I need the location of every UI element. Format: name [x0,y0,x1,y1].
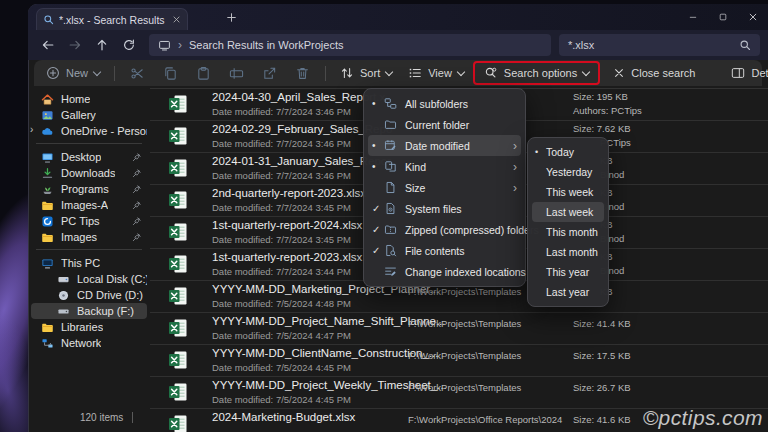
excel-file-icon [168,318,188,338]
search-icon[interactable] [739,39,751,51]
sidebar-item[interactable]: › Downloads [31,165,147,181]
menu-item[interactable]: Current folder [368,114,521,135]
file-date-modified: Date modified: 7/7/2024 3:46 PM [212,170,351,181]
sidebar-item-label: CD Drive (D:) [77,289,143,301]
menu-item[interactable]: ✓ Zipped (compressed) folders [368,219,521,240]
menu-item[interactable]: • All subfolders [368,93,521,114]
sidebar-item[interactable]: › Network [31,335,147,351]
pin-icon [131,184,142,195]
submenu-item[interactable]: This week [532,182,604,202]
refresh-button[interactable] [122,38,136,52]
tab-close-icon[interactable] [172,15,181,24]
sort-button[interactable]: Sort [332,60,400,86]
maximize-button[interactable] [718,12,728,22]
submenu-item-label: Last week [546,206,593,218]
file-action-buttons [121,66,319,81]
chevron-down-icon [457,68,465,76]
file-row[interactable]: YYYY-MM-DD_Project_Weekly_Timesheet_... … [150,377,768,409]
item-icon [41,109,54,122]
sidebar-item[interactable]: › Programs [31,181,147,197]
file-name: 2024-04-30_April_Sales_Report.x [212,91,385,103]
submenu-item-label: Yesterday [546,166,592,178]
share-button[interactable] [262,66,277,81]
sidebar-item[interactable]: › Desktop [31,149,147,165]
excel-file-icon [168,414,188,432]
up-button[interactable] [95,38,109,52]
menu-item[interactable]: Size › [368,177,521,198]
sidebar-item[interactable]: › Gallery [31,107,147,123]
sidebar-item[interactable]: › Backup (F:) [31,303,147,319]
submenu-item[interactable]: Yesterday [532,162,604,182]
file-name: 2nd-quarterly-report-2023.xlsx [212,187,366,199]
submenu-chevron-icon: › [513,140,517,152]
search-input[interactable]: *.xlsx [559,34,760,56]
forward-button[interactable] [68,38,82,52]
file-row[interactable]: YYYY-MM-DD_ClientName_Construction_... D… [150,345,768,377]
view-button[interactable]: View [400,60,472,86]
file-date-modified: Date modified: 7/5/2024 4:48 PM [212,298,351,309]
file-size: Size: 7.62 KB [573,123,631,134]
menu-item[interactable]: Change indexed locations [368,261,521,282]
menu-item-marker: ✓ [372,224,384,235]
delete-button[interactable] [295,66,310,81]
sidebar-item[interactable]: › OneDrive - Personal [31,123,147,139]
toolbar-divider [325,66,326,81]
tab-title: *.xlsx - Search Results in Work [59,14,167,26]
file-date-modified: Date modified: 7/5/2024 4:47 PM [212,330,351,341]
file-path: F:\WorkProjects\Templates [408,382,521,393]
back-button[interactable] [41,38,55,52]
pin-icon [131,152,142,163]
item-icon [41,167,54,180]
menu-item[interactable]: • Kind › [368,156,521,177]
close-search-button[interactable]: Close search [605,60,703,86]
sidebar-item[interactable]: › This PC [31,255,147,271]
sidebar-item[interactable]: › Images [31,229,147,245]
rename-button[interactable] [229,66,244,81]
menu-item[interactable]: ✓ File contents [368,240,521,261]
minimize-button[interactable] [688,12,698,22]
new-button[interactable]: New [38,60,108,86]
sidebar-item[interactable]: › Libraries [31,319,147,335]
excel-file-icon [168,126,188,146]
explorer-tab[interactable]: *.xlsx - Search Results in Work [36,8,188,30]
sidebar-item-label: Desktop [61,151,101,163]
sidebar-separator [28,245,150,255]
menu-item[interactable]: ✓ System files [368,198,521,219]
search-options-button[interactable]: Search options [476,60,597,86]
sidebar-item[interactable]: › PC Tips [31,213,147,229]
breadcrumb-chevron-icon[interactable]: › [178,39,182,51]
sidebar-item[interactable]: › CD Drive (D:) [31,287,147,303]
new-tab-button[interactable] [226,12,237,23]
submenu-item[interactable]: Last month [532,242,604,262]
menu-item-marker: • [372,98,384,109]
sidebar-item[interactable]: › Local Disk (C:) [31,271,147,287]
file-name: 1st-quarterly-report-2024.xlsx [212,219,362,231]
file-row[interactable]: YYYY-MM-DD_Project_Name_Shift_Planne... … [150,313,768,345]
item-icon [41,321,54,334]
sidebar-item[interactable]: › Images-A [31,197,147,213]
close-button[interactable] [748,12,758,22]
pin-icon [131,168,142,179]
submenu-item[interactable]: This year [532,262,604,282]
expand-chevron-icon[interactable]: › [30,124,33,135]
submenu-item-label: This year [546,266,589,278]
breadcrumb[interactable]: › Search Results in WorkProjects [149,34,551,56]
submenu-item[interactable]: Last year [532,282,604,302]
sidebar-item-label: OneDrive - Personal [61,125,147,137]
cut-button[interactable] [130,66,145,81]
sidebar-item[interactable]: › Home [31,91,147,107]
copy-button[interactable] [163,66,178,81]
submenu-item[interactable]: • Today [532,142,604,162]
paste-button[interactable] [196,66,211,81]
menu-item-icon [384,202,397,215]
details-button[interactable]: Details [723,60,768,86]
file-size: Size: 26.7 KB [573,382,631,393]
submenu-item-label: Today [546,146,574,158]
menu-item-icon [384,181,397,194]
sidebar-item-label: Backup (F:) [77,305,134,317]
submenu-item[interactable]: Last week [532,202,604,222]
submenu-item[interactable]: This month [532,222,604,242]
menu-item[interactable]: • Date modified › [368,135,521,156]
menu-item-label: All subfolders [405,98,517,110]
menu-item-marker: • [372,140,384,151]
